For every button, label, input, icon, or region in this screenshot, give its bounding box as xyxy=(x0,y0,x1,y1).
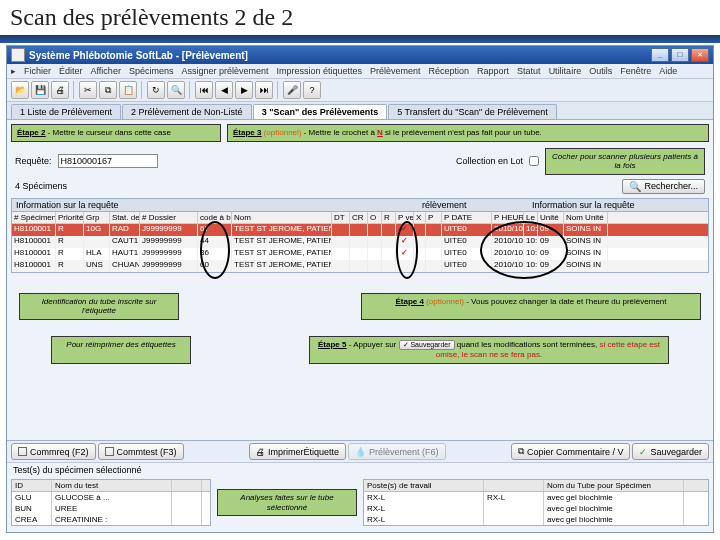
tab-3[interactable]: 3 "Scan" des Prélèvements xyxy=(253,104,388,119)
tb-refresh-icon[interactable]: ↻ xyxy=(147,81,165,99)
grid-group-left: Information sur la requête xyxy=(12,199,418,212)
callout-reprint: Pour réimprimer des étiquettes xyxy=(51,336,191,364)
tb-prev-icon[interactable]: ◀ xyxy=(215,81,233,99)
menu-item[interactable]: Rapport xyxy=(477,66,509,76)
tb-copy-icon[interactable]: ⧉ xyxy=(99,81,117,99)
test-row[interactable]: BUNUREE xyxy=(12,503,210,514)
btab-print-label[interactable]: 🖨ImprimerÉtiquette xyxy=(249,443,346,460)
test-grid-right: Poste(s) de travailNom du Tube pour Spéc… xyxy=(363,479,709,526)
test-row[interactable]: CREACREATININE : xyxy=(12,514,210,525)
grid-row[interactable]: H8100001RUNSCHUANJ9999999960TEST ST JERO… xyxy=(12,260,708,272)
btab-prelevement[interactable]: 💧Prélèvement (F6) xyxy=(348,443,446,460)
grid-group-right: Information sur la requête xyxy=(528,199,708,212)
menu-item[interactable]: Aide xyxy=(659,66,677,76)
close-button[interactable]: × xyxy=(691,48,709,62)
callout-ident: Identification du tube inscrite sur l'ét… xyxy=(19,293,179,320)
callout-step3: Étape 3 (optionnel) - Mettre le crochet … xyxy=(227,124,709,142)
tb-print-icon[interactable]: 🖨 xyxy=(51,81,69,99)
menu-item[interactable]: Assigner prélèvement xyxy=(181,66,268,76)
tb-help-icon[interactable]: ? xyxy=(303,81,321,99)
callout-lot: Cocher pour scanner plusieurs patients à… xyxy=(545,148,705,175)
request-label: Requête: xyxy=(15,156,52,166)
menu-item[interactable]: Statut xyxy=(517,66,541,76)
menu-item[interactable]: Utilitaire xyxy=(549,66,582,76)
bottom-toolbar: Commreq (F2) Commtest (F3) 🖨ImprimerÉtiq… xyxy=(7,440,713,462)
menu-item[interactable]: Impression étiquettes xyxy=(276,66,362,76)
grid-row[interactable]: H8100001RCAUT1J9999999944TEST ST JEROME,… xyxy=(12,236,708,248)
btab-save[interactable]: ✓Sauvegarder xyxy=(632,443,709,460)
callout-analyses: Analyses faites sur le tube sélectionné xyxy=(217,489,357,516)
tb-search-icon[interactable]: 🔍 xyxy=(167,81,185,99)
title-stripe xyxy=(0,35,720,43)
menu-item[interactable]: Fichier xyxy=(24,66,51,76)
subgrid-label: Test(s) du spécimen sélectionné xyxy=(7,462,713,477)
app-small-icon: ▸ xyxy=(11,66,16,76)
btab-commtest[interactable]: Commtest (F3) xyxy=(98,443,184,460)
menu-item[interactable]: Spécimens xyxy=(129,66,174,76)
tab-1[interactable]: 1 Liste de Prélèvement xyxy=(11,104,121,119)
content-area: Étape 2 - Mettre le curseur dans cette c… xyxy=(7,120,713,440)
toolbar: 📂 💾 🖨 ✂ ⧉ 📋 ↻ 🔍 ⏮ ◀ ▶ ⏭ 🎤 ? xyxy=(7,79,713,102)
collection-lot-label: Collection en Lot xyxy=(456,156,523,166)
maximize-button[interactable]: □ xyxy=(671,48,689,62)
menu-item[interactable]: Réception xyxy=(429,66,470,76)
collection-lot-checkbox[interactable] xyxy=(529,156,539,166)
tb-cut-icon[interactable]: ✂ xyxy=(79,81,97,99)
search-button[interactable]: 🔍Rechercher... xyxy=(622,179,705,194)
request-row: Requête: Collection en Lot Cocher pour s… xyxy=(11,146,709,177)
callout-step4: Étape 4 (optionnel) - Vous pouvez change… xyxy=(361,293,701,320)
test-row[interactable]: GLUGLUCOSE à ... xyxy=(12,492,210,503)
tab-5[interactable]: 5 Transfert du "Scan" de Prélèvement xyxy=(388,104,556,119)
tb-paste-icon[interactable]: 📋 xyxy=(119,81,137,99)
grid-row[interactable]: H8100001R10GRADJ9999999967TEST ST JEROME… xyxy=(12,224,708,236)
grid-body[interactable]: H8100001R10GRADJ9999999967TEST ST JEROME… xyxy=(12,224,708,272)
menu-item[interactable]: Fenêtre xyxy=(620,66,651,76)
slide-title: Scan des prélèvements 2 de 2 xyxy=(0,0,720,35)
grid-group-mid: rélèvement xyxy=(418,199,528,212)
btab-commreq[interactable]: Commreq (F2) xyxy=(11,443,96,460)
btab-copy-comment[interactable]: ⧉Copier Commentaire / V xyxy=(511,443,631,460)
grid-row[interactable]: H8100001RHLAHAUT1J9999999936TEST ST JERO… xyxy=(12,248,708,260)
grid-columns: # SpécimenPrioritéGrpStat. de li# Dossie… xyxy=(12,212,708,224)
window-title: Système Phlébotomie SoftLab - [Prélèveme… xyxy=(29,50,248,61)
menu-item[interactable]: Prélèvement xyxy=(370,66,421,76)
tb-first-icon[interactable]: ⏮ xyxy=(195,81,213,99)
tabbar: 1 Liste de Prélèvement 2 Prélèvement de … xyxy=(7,102,713,120)
tb-open-icon[interactable]: 📂 xyxy=(11,81,29,99)
menu-item[interactable]: Outils xyxy=(589,66,612,76)
specimen-grid: Information sur la requête rélèvement In… xyxy=(11,198,709,273)
minimize-button[interactable]: _ xyxy=(651,48,669,62)
app-icon xyxy=(11,48,25,62)
request-input[interactable] xyxy=(58,154,158,168)
specimen-count: 4 Spécimens xyxy=(15,181,67,191)
tab-2[interactable]: 2 Prélèvement de Non-Listé xyxy=(122,104,252,119)
menubar: ▸ Fichier Éditer Afficher Spécimens Assi… xyxy=(7,64,713,79)
app-window: Système Phlébotomie SoftLab - [Prélèveme… xyxy=(6,45,714,533)
menu-item[interactable]: Afficher xyxy=(91,66,121,76)
test-grid-left: IDNom du test GLUGLUCOSE à ... BUNUREE C… xyxy=(11,479,211,526)
tb-mic-icon[interactable]: 🎤 xyxy=(283,81,301,99)
menu-item[interactable]: Éditer xyxy=(59,66,83,76)
tb-last-icon[interactable]: ⏭ xyxy=(255,81,273,99)
callout-step2: Étape 2 - Mettre le curseur dans cette c… xyxy=(11,124,221,142)
tb-save-icon[interactable]: 💾 xyxy=(31,81,49,99)
callout-step5: Étape 5 - Appuyer sur ✓ Sauvegarder quan… xyxy=(309,336,669,364)
tb-next-icon[interactable]: ▶ xyxy=(235,81,253,99)
save-button-inline: ✓ Sauvegarder xyxy=(399,340,455,350)
window-titlebar: Système Phlébotomie SoftLab - [Prélèveme… xyxy=(7,46,713,64)
